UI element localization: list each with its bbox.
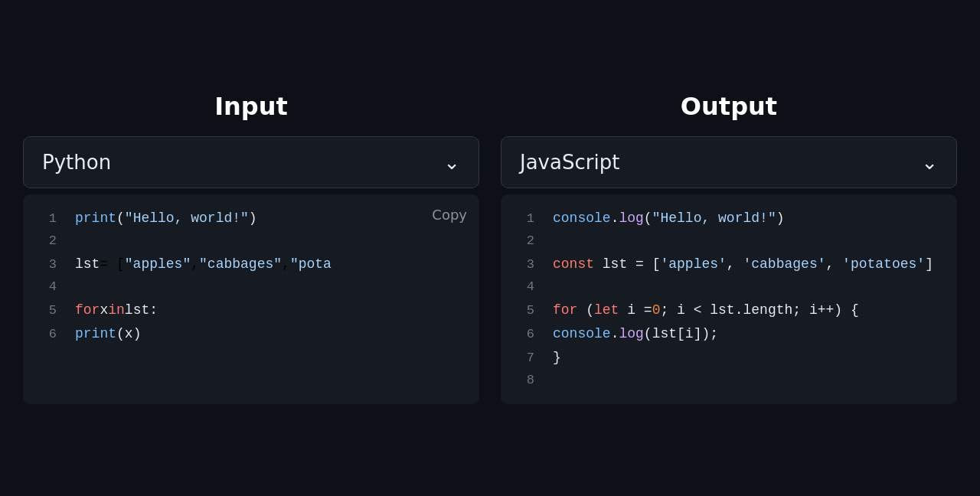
token: x xyxy=(100,299,108,322)
code-line: 6 print(x) xyxy=(23,322,479,346)
code-line: 7} xyxy=(501,346,957,370)
token: print xyxy=(75,207,116,230)
output-language-label: JavaScript xyxy=(520,151,619,174)
token: "apples" xyxy=(125,253,191,276)
input-language-label: Python xyxy=(42,151,111,174)
output-code-content: 1console.log("Hello, world!")23const lst… xyxy=(501,207,957,391)
input-code-content: 1print("Hello, world!")23lst = ["apples"… xyxy=(23,207,479,345)
token: "Hello, world!" xyxy=(125,207,249,230)
output-title: Output xyxy=(501,92,957,121)
token: print xyxy=(75,322,116,346)
line-number: 4 xyxy=(35,276,57,299)
token: in xyxy=(108,299,125,322)
token: "cabbages" xyxy=(199,253,282,276)
token: , xyxy=(191,253,199,276)
token: for xyxy=(75,299,100,322)
code-line: 2 xyxy=(23,230,479,253)
line-number: 3 xyxy=(513,254,534,276)
line-number: 1 xyxy=(35,208,57,230)
output-panel: Output JavaScript ⌄ 1console.log("Hello,… xyxy=(501,92,957,403)
code-line: 3const lst = ['apples', 'cabbages', 'pot… xyxy=(501,253,957,276)
token: lst: xyxy=(125,299,158,322)
code-tokens: const lst = ['apples', 'cabbages', 'pota… xyxy=(553,253,933,276)
code-line: 4 xyxy=(23,276,479,299)
line-number: 6 xyxy=(513,324,534,346)
line-number: 2 xyxy=(35,230,57,253)
code-tokens: for (let i =0; i < lst.length; i++) { xyxy=(553,299,859,322)
line-number: 6 xyxy=(35,324,57,346)
code-line: 4 xyxy=(501,276,957,299)
output-code-block: 1console.log("Hello, world!")23const lst… xyxy=(501,194,957,403)
token: lst xyxy=(75,253,100,276)
line-number: 3 xyxy=(35,254,57,276)
input-panel: Input Python ⌄ Copy 1print("Hello, world… xyxy=(23,92,479,403)
input-chevron-icon: ⌄ xyxy=(443,151,460,174)
line-number: 5 xyxy=(35,300,57,322)
token: ( xyxy=(116,207,125,230)
code-tokens: console.log(lst[i]); xyxy=(553,322,718,346)
code-line: 1console.log("Hello, world!") xyxy=(501,207,957,230)
line-number: 8 xyxy=(513,370,534,392)
code-line: 5for (let i =0; i < lst.length; i++) { xyxy=(501,299,957,322)
token: "pota xyxy=(290,253,332,276)
code-line: 8 xyxy=(501,370,957,392)
line-number: 4 xyxy=(513,276,534,299)
code-line: 1print("Hello, world!") xyxy=(23,207,479,230)
line-number: 5 xyxy=(513,300,534,322)
copy-button[interactable]: Copy xyxy=(432,207,467,223)
token: , xyxy=(282,253,290,276)
token: ) xyxy=(133,322,142,346)
code-line: 3lst = ["apples", "cabbages", "pota xyxy=(23,253,479,276)
line-number: 2 xyxy=(513,230,534,253)
line-number: 1 xyxy=(513,208,534,230)
token: ) xyxy=(249,207,257,230)
input-language-selector[interactable]: Python ⌄ xyxy=(23,136,479,188)
main-container: Input Python ⌄ Copy 1print("Hello, world… xyxy=(15,92,965,403)
line-number: 7 xyxy=(513,348,534,370)
token: x xyxy=(125,322,133,346)
code-line: 2 xyxy=(501,230,957,253)
token: ( xyxy=(116,322,125,346)
token: = [ xyxy=(100,253,124,276)
input-title: Input xyxy=(23,92,479,121)
code-line: 5for x in lst: xyxy=(23,299,479,322)
code-tokens: } xyxy=(553,346,561,370)
input-code-block: Copy 1print("Hello, world!")23lst = ["ap… xyxy=(23,194,479,403)
code-line: 6 console.log(lst[i]); xyxy=(501,322,957,346)
output-language-selector[interactable]: JavaScript ⌄ xyxy=(501,136,957,188)
output-chevron-icon: ⌄ xyxy=(921,151,938,174)
code-tokens: console.log("Hello, world!") xyxy=(553,207,785,230)
